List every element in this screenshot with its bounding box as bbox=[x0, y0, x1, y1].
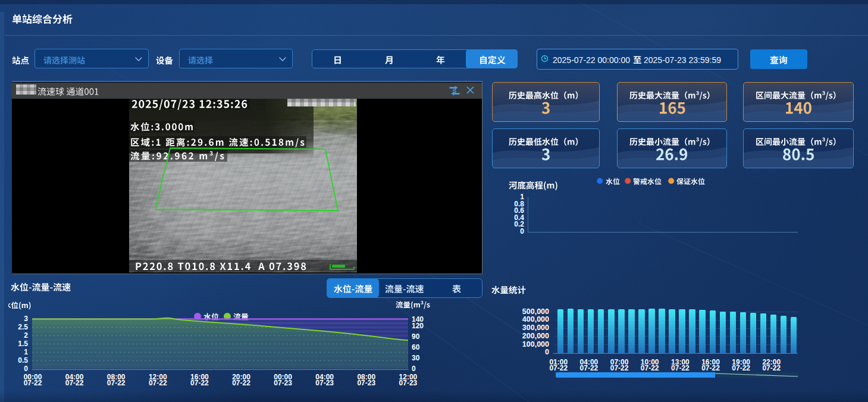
svg-text:S: S bbox=[452, 87, 456, 93]
